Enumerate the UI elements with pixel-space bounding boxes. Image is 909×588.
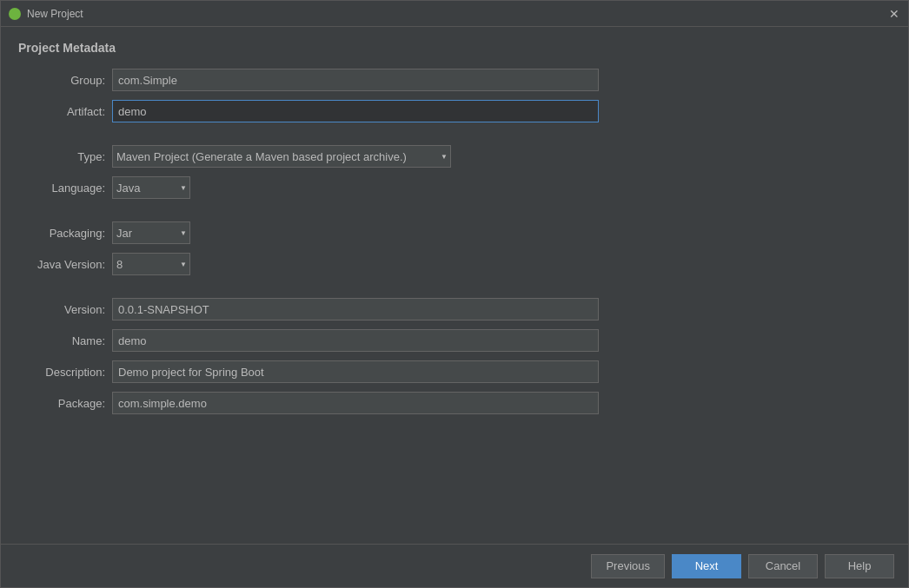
language-select[interactable]: Java Kotlin Groovy (112, 176, 190, 199)
description-row: Description: (18, 360, 891, 383)
footer: Previous Next Cancel Help (1, 544, 908, 587)
type-select-wrapper: Maven Project (Generate a Maven based pr… (112, 145, 451, 168)
name-input[interactable] (112, 329, 599, 352)
window-title: New Project (27, 8, 83, 20)
language-row: Language: Java Kotlin Groovy (18, 176, 891, 199)
main-content: Project Metadata Group: Artifact: Type: … (1, 27, 908, 544)
title-bar: New Project ✕ (1, 1, 908, 27)
package-input[interactable] (112, 392, 599, 414)
type-row: Type: Maven Project (Generate a Maven ba… (18, 145, 891, 168)
packaging-select-wrapper: Jar War (112, 221, 190, 244)
description-input[interactable] (112, 360, 599, 383)
form-area: Group: Artifact: Type: Maven Project (Ge… (18, 69, 891, 414)
name-label: Name: (18, 334, 105, 347)
packaging-label: Packaging: (18, 227, 105, 240)
type-select[interactable]: Maven Project (Generate a Maven based pr… (112, 145, 451, 168)
group-row: Group: (18, 69, 891, 91)
package-label: Package: (18, 397, 105, 410)
next-button[interactable]: Next (672, 554, 741, 578)
previous-button[interactable]: Previous (591, 554, 665, 578)
name-row: Name: (18, 329, 891, 352)
packaging-row: Packaging: Jar War (18, 221, 891, 244)
description-label: Description: (18, 366, 105, 379)
group-input[interactable] (112, 69, 599, 91)
title-bar-left: New Project (8, 7, 83, 21)
help-button[interactable]: Help (825, 554, 894, 578)
type-label: Type: (18, 150, 105, 163)
language-select-wrapper: Java Kotlin Groovy (112, 176, 190, 199)
artifact-label: Artifact: (18, 105, 105, 118)
section-title: Project Metadata (18, 41, 891, 55)
version-input[interactable] (112, 298, 599, 320)
version-label: Version: (18, 303, 105, 316)
spring-icon (9, 8, 21, 20)
java-version-row: Java Version: 8 11 17 (18, 253, 891, 275)
cancel-button[interactable]: Cancel (748, 554, 818, 578)
java-version-label: Java Version: (18, 258, 105, 271)
app-icon (8, 7, 22, 21)
java-version-select-wrapper: 8 11 17 (112, 253, 190, 275)
package-row: Package: (18, 392, 891, 414)
artifact-input[interactable] (112, 100, 599, 122)
artifact-row: Artifact: (18, 100, 891, 122)
java-version-select[interactable]: 8 11 17 (112, 253, 190, 275)
group-label: Group: (18, 74, 105, 87)
language-label: Language: (18, 182, 105, 195)
version-row: Version: (18, 298, 891, 320)
new-project-window: New Project ✕ Project Metadata Group: Ar… (0, 0, 909, 588)
close-button[interactable]: ✕ (887, 7, 901, 21)
packaging-select[interactable]: Jar War (112, 221, 190, 244)
